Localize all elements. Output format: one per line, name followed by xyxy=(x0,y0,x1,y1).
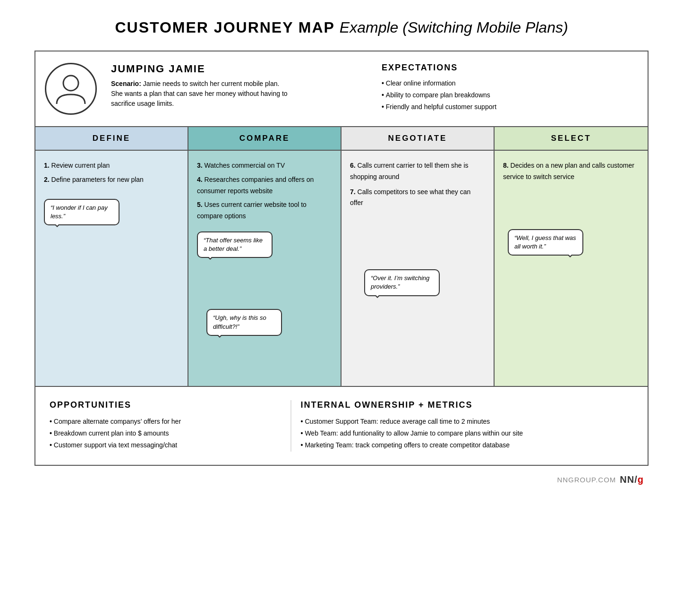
step-4: 4. Researches companies and offers on co… xyxy=(197,174,332,197)
footer-site: NNGROUP.COM xyxy=(557,476,616,484)
persona-row: JUMPING JAMIE Scenario: Jamie needs to s… xyxy=(35,51,648,127)
phase-cell-define: 1. Review current plan 2. Define paramet… xyxy=(35,151,188,386)
list-item: Customer support via text messaging/chat xyxy=(50,439,272,451)
footer: NNGROUP.COM NN/g xyxy=(34,474,649,485)
list-item: Marketing Team: track competing offers t… xyxy=(301,439,633,451)
list-item: Customer Support Team: reduce average ca… xyxy=(301,416,633,428)
compare-bubble-low: “Ugh, why is this so difficult?!” xyxy=(206,309,282,335)
step-1: 1. Review current plan xyxy=(44,160,179,171)
internal-section: INTERNAL OWNERSHIP + METRICS Customer Su… xyxy=(290,400,633,452)
avatar xyxy=(45,63,97,115)
phase-header-select: SELECT xyxy=(495,127,648,150)
title-bold: CUSTOMER JOURNEY MAP xyxy=(115,19,335,36)
phase-header-compare: COMPARE xyxy=(188,127,342,150)
select-bubble: “Well, I guess that was all worth it.” xyxy=(508,229,583,256)
persona-scenario: Scenario: Jamie needs to switch her curr… xyxy=(111,79,290,109)
list-item: Breakdown current plan into $ amounts xyxy=(50,428,272,439)
opportunities-title: OPPORTUNITIES xyxy=(50,400,272,410)
step-8: 8. Decides on a new plan and calls custo… xyxy=(503,160,639,183)
step-7: 7. Calls competitors to see what they ca… xyxy=(350,187,485,209)
opportunities-list: Compare alternate companys’ offers for h… xyxy=(50,416,272,452)
define-bubble: “I wonder if I can pay less.” xyxy=(44,199,120,225)
avatar-icon xyxy=(52,70,90,108)
step-5: 5. Uses current carrier website tool to … xyxy=(197,199,332,222)
phase-header-negotiate: NEGOTIATE xyxy=(342,127,495,150)
phase-cell-select: 8. Decides on a new plan and calls custo… xyxy=(495,151,648,386)
list-item: Compare alternate companys’ offers for h… xyxy=(50,416,272,428)
footer-brand: NNGROUP.COM NN/g xyxy=(557,474,644,485)
list-item: Friendly and helpful customer support xyxy=(382,101,633,113)
footer-logo: NN/g xyxy=(620,474,644,485)
svg-point-0 xyxy=(63,76,78,91)
phase-header-define: DEFINE xyxy=(35,127,188,150)
title-italic: Example (Switching Mobile Plans) xyxy=(340,19,568,36)
phase-cell-negotiate: 6. Calls current carrier to tell them sh… xyxy=(342,151,495,386)
expectations-list: Clear online information Ability to comp… xyxy=(382,77,633,113)
step-3: 3. Watches commercial on TV xyxy=(197,160,332,171)
step-6: 6. Calls current carrier to tell them sh… xyxy=(350,160,485,183)
opportunities-section: OPPORTUNITIES Compare alternate companys… xyxy=(50,400,290,452)
persona-name: JUMPING JAMIE xyxy=(111,63,363,75)
journey-row: 1. Review current plan 2. Define paramet… xyxy=(35,151,648,387)
compare-steps: 3. Watches commercial on TV 4. Researche… xyxy=(197,160,332,222)
compare-bubble-high: “That offer seems like a better deal.” xyxy=(197,231,273,258)
list-item: Clear online information xyxy=(382,77,633,89)
phase-cell-compare: 3. Watches commercial on TV 4. Researche… xyxy=(188,151,342,386)
define-steps: 1. Review current plan 2. Define paramet… xyxy=(44,160,179,186)
internal-title: INTERNAL OWNERSHIP + METRICS xyxy=(301,400,633,410)
expectations-section: EXPECTATIONS Clear online information Ab… xyxy=(363,63,633,113)
step-2: 2. Define parameters for new plan xyxy=(44,174,179,186)
internal-list: Customer Support Team: reduce average ca… xyxy=(301,416,633,452)
expectations-title: EXPECTATIONS xyxy=(382,63,633,73)
list-item: Web Team: add funtionality to allow Jami… xyxy=(301,428,633,439)
page-title: CUSTOMER JOURNEY MAP Example (Switching … xyxy=(115,19,568,36)
main-diagram: JUMPING JAMIE Scenario: Jamie needs to s… xyxy=(34,51,649,466)
select-steps: 8. Decides on a new plan and calls custo… xyxy=(503,160,639,183)
list-item: Ability to compare plan breakdowns xyxy=(382,89,633,101)
bottom-row: OPPORTUNITIES Compare alternate companys… xyxy=(35,387,648,465)
negotiate-bubble: “Over it. I’m switching providers.” xyxy=(364,269,440,296)
phases-header: DEFINE COMPARE NEGOTIATE SELECT xyxy=(35,127,648,151)
negotiate-steps: 6. Calls current carrier to tell them sh… xyxy=(350,160,485,209)
persona-info: JUMPING JAMIE Scenario: Jamie needs to s… xyxy=(111,63,363,109)
